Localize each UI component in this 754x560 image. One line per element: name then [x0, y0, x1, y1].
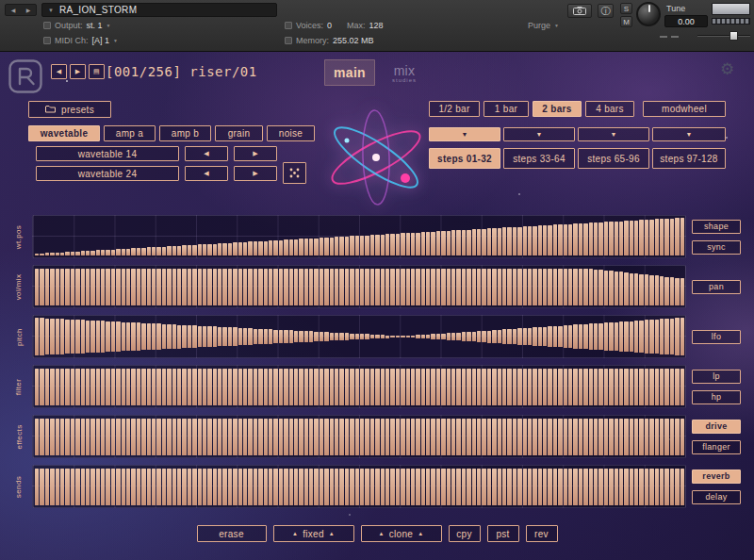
step-bar[interactable]: [213, 369, 217, 405]
step-bar[interactable]: [213, 469, 217, 505]
step-bar[interactable]: [375, 369, 379, 405]
step-bar[interactable]: [573, 223, 577, 255]
step-bar[interactable]: [106, 321, 109, 352]
midi-channel-selector[interactable]: MIDI Ch: [A] 1 ▼: [43, 36, 118, 45]
step-bar[interactable]: [273, 240, 277, 255]
step-bar[interactable]: [207, 419, 211, 455]
step-bar[interactable]: [335, 369, 338, 405]
step-bar[interactable]: [639, 419, 643, 455]
step-bar[interactable]: [406, 369, 410, 405]
step-bar[interactable]: [106, 250, 109, 255]
step-bar[interactable]: [553, 369, 557, 405]
step-bar[interactable]: [477, 269, 481, 305]
step-bar[interactable]: [421, 419, 425, 455]
step-bar[interactable]: [294, 369, 298, 405]
step-bar[interactable]: [579, 419, 582, 455]
step-bar[interactable]: [649, 419, 653, 455]
step-bar[interactable]: [289, 419, 293, 455]
step-bar[interactable]: [172, 369, 176, 405]
step-bar[interactable]: [492, 369, 496, 405]
step-bar[interactable]: [75, 419, 79, 455]
step-bar[interactable]: [421, 469, 425, 505]
lp-button[interactable]: lp: [692, 370, 741, 384]
step-bar[interactable]: [645, 469, 648, 505]
step-bar[interactable]: [548, 419, 551, 455]
step-bar[interactable]: [56, 469, 59, 505]
step-bar[interactable]: [436, 334, 440, 339]
step-bar[interactable]: [188, 469, 191, 505]
source-tab-amp-a[interactable]: amp a: [104, 125, 156, 141]
step-bar[interactable]: [182, 325, 186, 348]
step-bar[interactable]: [609, 222, 613, 255]
step-bar[interactable]: [406, 419, 410, 455]
step-bar[interactable]: [538, 369, 542, 405]
step-bar[interactable]: [304, 419, 308, 455]
step-bar[interactable]: [477, 229, 481, 255]
step-bar[interactable]: [615, 469, 618, 505]
step-bar[interactable]: [370, 369, 374, 405]
step-bar[interactable]: [670, 469, 674, 505]
step-bar[interactable]: [284, 239, 287, 255]
step-bar[interactable]: [594, 270, 598, 305]
step-bar[interactable]: [462, 419, 466, 455]
step-bar[interactable]: [573, 469, 577, 505]
step-bar[interactable]: [426, 232, 430, 255]
step-bar[interactable]: [507, 269, 511, 305]
step-bar[interactable]: [564, 269, 567, 305]
step-bar[interactable]: [513, 469, 516, 505]
step-bar[interactable]: [619, 222, 623, 255]
step-bar[interactable]: [233, 327, 237, 345]
step-bar[interactable]: [264, 329, 268, 344]
step-bar[interactable]: [416, 233, 419, 255]
step-bar[interactable]: [330, 419, 334, 455]
step-bar[interactable]: [131, 419, 135, 455]
step-bar[interactable]: [86, 321, 90, 354]
step-bar[interactable]: [182, 369, 186, 405]
step-bar[interactable]: [375, 335, 379, 338]
step-bar[interactable]: [207, 269, 211, 305]
step-bar[interactable]: [589, 222, 593, 255]
step-bar[interactable]: [304, 269, 308, 305]
step-bar[interactable]: [498, 469, 501, 505]
step-bar[interactable]: [233, 469, 237, 505]
step-bar[interactable]: [279, 330, 283, 343]
step-bar[interactable]: [482, 469, 485, 505]
step-bar[interactable]: [619, 369, 623, 405]
step-bar[interactable]: [462, 230, 466, 255]
step-bar[interactable]: [568, 224, 572, 255]
step-bar[interactable]: [213, 326, 217, 346]
step-bar[interactable]: [660, 219, 664, 255]
step-bar[interactable]: [675, 218, 679, 255]
step-bar[interactable]: [222, 469, 226, 505]
step-bar[interactable]: [660, 469, 664, 505]
step-bar[interactable]: [670, 219, 674, 255]
step-bar[interactable]: [411, 469, 415, 505]
step-bar[interactable]: [339, 419, 343, 455]
step-bar[interactable]: [243, 369, 247, 405]
step-bar[interactable]: [548, 225, 551, 255]
step-bar[interactable]: [279, 269, 283, 305]
step-bar[interactable]: [258, 329, 262, 344]
step-bar[interactable]: [172, 324, 176, 349]
step-bar[interactable]: [558, 419, 562, 455]
source-tab-wavetable[interactable]: wavetable: [28, 125, 100, 141]
step-bar[interactable]: [360, 334, 364, 339]
step-bar[interactable]: [451, 419, 455, 455]
step-bar[interactable]: [182, 469, 186, 505]
step-bar[interactable]: [299, 269, 303, 305]
step-bar[interactable]: [339, 469, 343, 505]
step-bar[interactable]: [218, 369, 221, 405]
step-bar[interactable]: [152, 469, 156, 505]
step-bar[interactable]: [568, 369, 572, 405]
step-bar[interactable]: [137, 369, 140, 405]
step-bar[interactable]: [594, 419, 598, 455]
step-bar[interactable]: [589, 419, 593, 455]
step-bar[interactable]: [615, 272, 618, 305]
step-bar[interactable]: [355, 236, 359, 255]
step-bar[interactable]: [131, 369, 135, 405]
step-bar[interactable]: [243, 328, 247, 345]
step-bar[interactable]: [294, 419, 298, 455]
step-bar[interactable]: [264, 241, 268, 255]
step-bar[interactable]: [589, 269, 593, 305]
step-bar[interactable]: [203, 326, 206, 347]
